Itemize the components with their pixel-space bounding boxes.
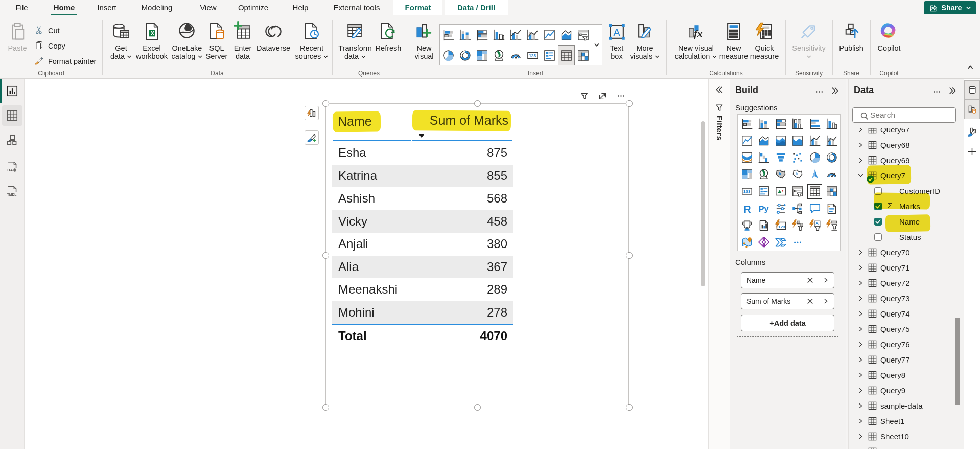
chevron-collapsed-icon[interactable] [857, 249, 864, 256]
field-checkbox[interactable] [874, 233, 882, 241]
tree-item-query67[interactable]: Query67 [849, 128, 961, 137]
chevron-collapsed-icon[interactable] [857, 402, 864, 409]
table-row-anjali[interactable]: Anjali380 [332, 233, 513, 256]
build-gallery-visual-donut[interactable] [824, 149, 841, 166]
chevron-collapsed-icon[interactable] [857, 310, 864, 317]
tree-item-query72[interactable]: Query72 [849, 275, 961, 290]
menu-tab-insert[interactable]: Insert [94, 0, 120, 15]
view-rail-dax-query-view[interactable]: DAX [2, 156, 22, 177]
visual-resize-handle[interactable] [474, 404, 481, 411]
build-gallery-visual-col-clustered[interactable] [824, 115, 841, 132]
visual-more-options-icon[interactable] [617, 92, 625, 100]
ribbon-button-sql-server[interactable]: SQLServer [206, 20, 228, 60]
ribbon-button-text-box[interactable]: ATextbox [606, 20, 627, 60]
build-gallery-visual-power-automate[interactable] [773, 234, 789, 251]
tree-item-query68[interactable]: Query68 [849, 137, 961, 152]
share-button[interactable]: Share [924, 1, 976, 14]
build-gallery-visual-power-apps[interactable] [755, 234, 772, 251]
tree-item-query9[interactable]: Query9 [849, 383, 961, 398]
add-data-button[interactable]: +Add data [741, 315, 834, 331]
field-well-name[interactable]: Name [741, 272, 834, 288]
build-gallery-visual-azure-map[interactable] [806, 166, 823, 183]
collapse-data-pane-icon[interactable] [948, 86, 957, 95]
gallery-visual-donut[interactable] [457, 45, 474, 65]
chevron-collapsed-icon[interactable] [857, 295, 864, 302]
gallery-visual-slicer[interactable] [575, 25, 592, 45]
build-gallery-visual-col-stacked[interactable] [755, 115, 772, 132]
build-gallery-visual-shape-map[interactable] [789, 166, 806, 183]
gallery-visual-col-clustered[interactable] [491, 25, 507, 45]
ribbon-button-excel-workbook[interactable]: XExcelworkbook [136, 20, 168, 60]
table-row-katrina[interactable]: Katrina855 [332, 165, 513, 188]
chevron-collapsed-icon[interactable] [857, 128, 864, 133]
build-gallery-visual-matrix[interactable] [824, 183, 841, 200]
build-gallery-visual-bar-100[interactable] [773, 115, 789, 132]
chevron-expanded-icon[interactable] [857, 172, 864, 179]
build-gallery-visual-combo[interactable] [806, 132, 823, 149]
field-well-sum-of-marks[interactable]: Sum of Marks [741, 293, 834, 309]
visual-resize-handle[interactable] [626, 404, 633, 411]
ribbon-button-copy[interactable]: Copy [34, 39, 65, 53]
ribbon-button-dataverse[interactable]: Dataverse [256, 20, 290, 52]
build-gallery-visual-card123[interactable]: 123 [738, 183, 755, 200]
build-gallery-visual-gauge[interactable] [824, 166, 841, 183]
tree-item-partial[interactable] [849, 444, 961, 449]
gallery-visual-bar-stacked[interactable] [440, 25, 457, 45]
gallery-visual-globe-map[interactable] [491, 45, 507, 65]
build-gallery-visual-slicer[interactable] [789, 183, 806, 200]
gallery-visual-table[interactable] [558, 45, 575, 65]
gallery-visual-gauge[interactable] [507, 45, 524, 65]
build-gallery-visual-calc-group[interactable] [789, 217, 806, 234]
menu-tab-optimize[interactable]: Optimize [234, 0, 272, 15]
ribbon-button-refresh[interactable]: Refresh [376, 20, 402, 52]
data-more-options-icon[interactable] [932, 87, 941, 96]
gallery-visual-col-stacked[interactable] [457, 25, 474, 45]
visual-resize-handle[interactable] [322, 252, 329, 259]
build-gallery-visual-arcgis[interactable] [738, 234, 755, 251]
chevron-collapsed-icon[interactable] [857, 341, 864, 348]
contextual-tab-format[interactable]: Format [393, 0, 442, 15]
build-gallery-visual-decomp-tree[interactable] [789, 200, 806, 217]
build-gallery-visual-funnel[interactable] [773, 149, 789, 166]
ribbon-button-sensitivity[interactable]: Sensitivity [792, 20, 825, 60]
remove-field-icon[interactable] [807, 277, 813, 284]
chevron-collapsed-icon[interactable] [857, 264, 864, 271]
visual-resize-handle[interactable] [322, 100, 329, 107]
chevron-collapsed-icon[interactable] [857, 372, 864, 378]
build-gallery-visual-calc123[interactable]: 123 [773, 217, 789, 234]
visual-filter-icon[interactable] [580, 92, 589, 100]
chevron-collapsed-icon[interactable] [857, 280, 864, 286]
report-canvas[interactable]: Name Sum of Marks Esha875Katrina855Ashis… [25, 79, 708, 449]
table-row-ashish[interactable]: Ashish568 [332, 187, 513, 210]
menu-tab-external-tools[interactable]: External tools [329, 0, 384, 15]
tree-item-query8[interactable]: Query8 [849, 367, 961, 383]
chevron-collapsed-icon[interactable] [857, 356, 864, 363]
build-gallery-visual-treemap[interactable] [738, 166, 755, 183]
gallery-visual-pie[interactable] [440, 45, 457, 65]
build-gallery-visual-params[interactable] [773, 200, 789, 217]
chevron-collapsed-icon[interactable] [857, 142, 864, 148]
on-object-format-button[interactable] [305, 130, 319, 145]
tree-item-sheet1[interactable]: Sheet1 [849, 413, 961, 429]
menu-tab-help[interactable]: Help [292, 0, 309, 15]
remove-field-icon[interactable] [807, 298, 813, 305]
pane-rail-build-pane-toggle[interactable] [964, 100, 980, 119]
ribbon-button-more-visuals[interactable]: Morevisuals [630, 20, 660, 60]
menu-tab-file[interactable]: File [15, 0, 29, 15]
build-gallery-visual-table[interactable] [806, 183, 823, 200]
chevron-collapsed-icon[interactable] [857, 157, 864, 164]
build-gallery-visual-more-dots[interactable] [789, 234, 806, 251]
build-gallery-visual-globe-map[interactable] [755, 166, 772, 183]
ribbon-button-new-visual-calculation[interactable]: fxNew visualcalculation [675, 20, 717, 60]
tree-item-sample-data[interactable]: sample-data [849, 398, 961, 413]
ribbon-button-paste[interactable]: Paste [7, 20, 28, 52]
table-row-meenakshi[interactable]: Meenakshi289 [332, 278, 513, 301]
focus-mode-icon[interactable] [598, 92, 607, 100]
gallery-visual-card123[interactable]: 123 [524, 45, 541, 65]
view-rail-model-view[interactable] [2, 130, 22, 150]
ribbon-button-onelake-catalog[interactable]: OneLakecatalog [172, 20, 203, 60]
ribbon-button-copilot[interactable]: Copilot [877, 20, 900, 52]
menu-tab-view[interactable]: View [195, 0, 221, 15]
insert-gallery-more-button[interactable] [591, 24, 602, 65]
visual-resize-handle[interactable] [322, 404, 329, 411]
